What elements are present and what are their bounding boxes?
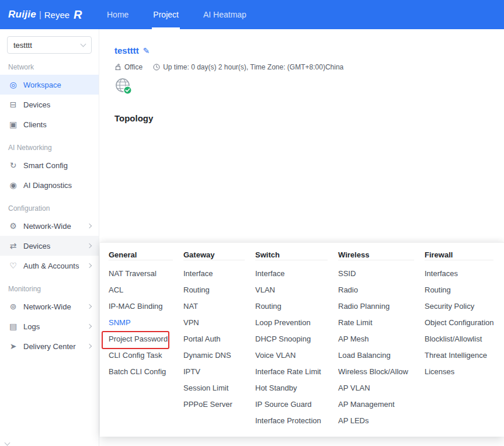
- menu-item-session-limit[interactable]: Session Limit: [183, 380, 255, 396]
- reyee-r-icon: R: [74, 8, 82, 22]
- sidebar-item-workspace[interactable]: ◎Workspace: [0, 75, 99, 95]
- project-title-row: testttt ✎: [114, 46, 150, 55]
- menu-item-ap-leds[interactable]: AP LEDs: [338, 413, 425, 429]
- menu-item-batch-cli-config[interactable]: Batch CLI Config: [109, 364, 183, 380]
- sidebar-item-label: AI Diagnostics: [23, 181, 72, 190]
- menu-item-voice-vlan[interactable]: Voice VLAN: [255, 347, 338, 364]
- network-wide-monitor-icon: ⊚: [8, 302, 18, 311]
- sidebar-item-smart-config[interactable]: ↻Smart Config: [0, 155, 99, 175]
- menu-item-interface[interactable]: Interface: [255, 266, 338, 282]
- internet-status-globe-icon[interactable]: [114, 77, 133, 97]
- menu-item-pppoe-server[interactable]: PPPoE Server: [183, 396, 255, 413]
- logs-icon: ▤: [8, 322, 18, 331]
- chevron-right-icon: [87, 263, 92, 268]
- sidebar-sections: Network◎Workspace⊟Devices▣ClientsAI Netw…: [0, 63, 99, 356]
- chevron-right-icon: [87, 344, 92, 349]
- menu-item-dhcp-snooping[interactable]: DHCP Snooping: [255, 331, 338, 347]
- menu-item-security-policy[interactable]: Security Policy: [425, 298, 504, 315]
- sidebar-item-clients[interactable]: ▣Clients: [0, 114, 99, 134]
- megamenu-column-switch: SwitchInterfaceVLANRoutingLoop Preventio…: [255, 250, 338, 437]
- menu-item-dynamic-dns[interactable]: Dynamic DNS: [183, 347, 255, 364]
- office-label: Office: [124, 63, 142, 71]
- workspace-icon: ◎: [8, 80, 18, 89]
- logo-reyee-text: Reyee: [44, 10, 69, 20]
- edit-icon[interactable]: ✎: [143, 46, 150, 55]
- menu-item-ssid[interactable]: SSID: [338, 266, 425, 282]
- sidebar-item-label: Network-Wide: [23, 302, 71, 311]
- sidebar-item-ai-diagnostics[interactable]: ◉AI Diagnostics: [0, 175, 99, 195]
- sidebar-item-label: Clients: [23, 120, 47, 129]
- sidebar-item-network-wide[interactable]: ⊚Network-Wide: [0, 297, 99, 316]
- menu-item-interfaces[interactable]: Interfaces: [425, 266, 504, 282]
- menu-item-threat-intelligence[interactable]: Threat Intelligence: [425, 347, 504, 364]
- menu-item-routing[interactable]: Routing: [425, 282, 504, 298]
- sidebar-item-label: Workspace: [23, 81, 61, 89]
- uptime-text: Up time: 0 day(s) 2 hour(s), Time Zone: …: [163, 63, 343, 71]
- menu-item-interface-rate-limit[interactable]: Interface Rate Limit: [255, 364, 338, 380]
- top-navigation-bar: Ruijie | Reyee R HomeProjectAI Heatmap: [0, 0, 504, 29]
- menu-item-ap-vlan[interactable]: AP VLAN: [338, 380, 425, 396]
- sidebar-section-label: AI Networking: [8, 144, 99, 152]
- clock-icon: [153, 64, 160, 71]
- chevron-right-icon: [87, 324, 92, 329]
- menu-item-ip-source-guard[interactable]: IP Source Guard: [255, 396, 338, 413]
- menu-item-interface-protection[interactable]: Interface Protection: [255, 413, 338, 429]
- menu-item-interface[interactable]: Interface: [183, 266, 255, 282]
- megamenu-column-wireless: WirelessSSIDRadioRadio PlanningRate Limi…: [338, 250, 425, 437]
- menu-item-load-balancing[interactable]: Load Balancing: [338, 347, 425, 364]
- menu-item-nat[interactable]: NAT: [183, 298, 255, 315]
- project-info-row: Office Up time: 0 day(s) 2 hour(s), Time…: [114, 63, 343, 71]
- menu-item-iptv[interactable]: IPTV: [183, 364, 255, 380]
- menu-item-routing[interactable]: Routing: [183, 282, 255, 298]
- nav-project[interactable]: Project: [150, 0, 182, 29]
- menu-item-ap-mesh[interactable]: AP Mesh: [338, 331, 425, 347]
- devices-config-icon: ⇄: [8, 241, 18, 250]
- menu-item-rate-limit[interactable]: Rate Limit: [338, 315, 425, 331]
- sidebar-item-label: Devices: [23, 242, 50, 250]
- sidebar-item-devices[interactable]: ⊟Devices: [0, 95, 99, 114]
- menu-item-hot-standby[interactable]: Hot Standby: [255, 380, 338, 396]
- megamenu-column-header: General: [109, 250, 173, 260]
- megamenu-column-gateway: GatewayInterfaceRoutingNATVPNPortal Auth…: [183, 250, 255, 437]
- sidebar-item-label: Delivery Center: [23, 342, 76, 351]
- devices-icon: ⊟: [8, 100, 18, 109]
- sidebar-item-label: Logs: [23, 322, 40, 331]
- sidebar-item-auth-accounts[interactable]: ♡Auth & Accounts: [0, 256, 99, 276]
- menu-item-ap-management[interactable]: AP Management: [338, 396, 425, 413]
- logo-separator: |: [39, 10, 41, 19]
- menu-item-wireless-block-allow[interactable]: Wireless Block/Allow: [338, 364, 425, 380]
- menu-item-loop-prevention[interactable]: Loop Prevention: [255, 315, 338, 331]
- menu-item-routing[interactable]: Routing: [255, 298, 338, 315]
- menu-item-ip-mac-binding[interactable]: IP-MAC Binding: [109, 298, 183, 315]
- sidebar-section-ai-networking: AI Networking↻Smart Config◉AI Diagnostic…: [0, 144, 99, 195]
- scroll-down-icon[interactable]: [5, 440, 11, 446]
- clients-icon: ▣: [8, 120, 18, 129]
- menu-item-radio-planning[interactable]: Radio Planning: [338, 298, 425, 315]
- megamenu-column-general: GeneralNAT TraversalACLIP-MAC BindingSNM…: [109, 250, 183, 437]
- menu-item-vpn[interactable]: VPN: [183, 315, 255, 331]
- logo-ruijie-text: Ruijie: [8, 9, 36, 20]
- nav-home[interactable]: Home: [103, 0, 132, 29]
- sidebar-item-label: Network-Wide: [23, 222, 71, 231]
- menu-item-nat-traversal[interactable]: NAT Traversal: [109, 266, 183, 282]
- chevron-down-icon: [81, 41, 86, 47]
- sidebar-item-logs[interactable]: ▤Logs: [0, 316, 99, 336]
- menu-item-licenses[interactable]: Licenses: [425, 364, 504, 380]
- menu-item-radio[interactable]: Radio: [338, 282, 425, 298]
- menu-item-project-password[interactable]: Project Password: [109, 331, 183, 347]
- sidebar-item-delivery-center[interactable]: ➤Delivery Center: [0, 336, 99, 356]
- menu-item-object-configuration[interactable]: Object Configuration: [425, 315, 504, 331]
- menu-item-snmp[interactable]: SNMP: [109, 315, 183, 331]
- menu-item-cli-config-task[interactable]: CLI Config Task: [109, 347, 183, 364]
- chevron-right-icon: [87, 243, 92, 248]
- nav-ai-heatmap[interactable]: AI Heatmap: [200, 0, 250, 29]
- project-select[interactable]: testttt: [7, 36, 92, 54]
- sidebar-section-label: Configuration: [8, 204, 99, 212]
- menu-item-blocklist-allowlist[interactable]: Blocklist/Allowlist: [425, 331, 504, 347]
- sidebar-section-label: Monitoring: [8, 285, 99, 293]
- sidebar-item-network-wide[interactable]: ⚙Network-Wide: [0, 216, 99, 236]
- menu-item-acl[interactable]: ACL: [109, 282, 183, 298]
- sidebar-item-devices[interactable]: ⇄Devices: [0, 236, 99, 256]
- menu-item-vlan[interactable]: VLAN: [255, 282, 338, 298]
- menu-item-portal-auth[interactable]: Portal Auth: [183, 331, 255, 347]
